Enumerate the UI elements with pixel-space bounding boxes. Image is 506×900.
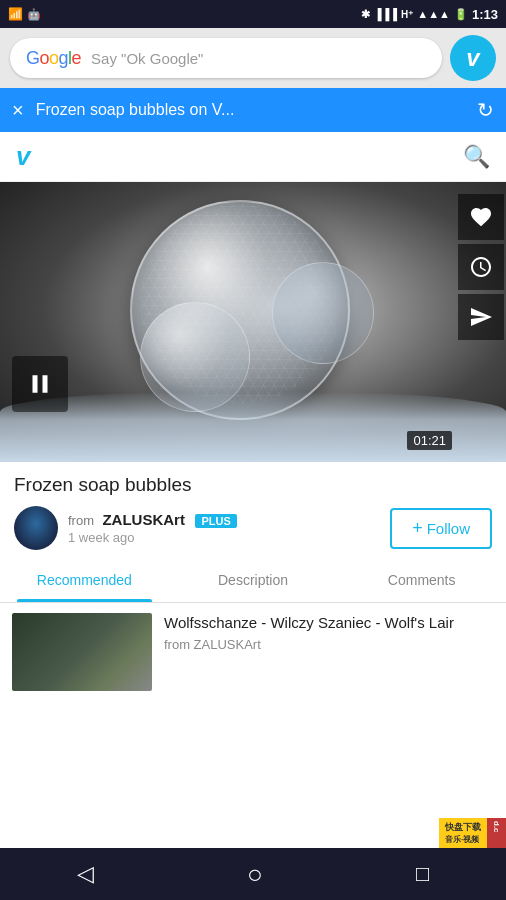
video-info: Frozen soap bubbles from ZALUSKArt PLUS … (0, 462, 506, 558)
google-search-placeholder: Say "Ok Google" (91, 50, 426, 67)
bottom-nav: ◁ ○ □ (0, 848, 506, 900)
plus-badge: PLUS (195, 514, 236, 528)
android-icon: 🤖 (27, 8, 41, 21)
avatar-image (14, 506, 58, 550)
follow-plus-icon: + (412, 518, 423, 539)
tab-comments[interactable]: Comments (337, 558, 506, 602)
signal-strength: ▲▲▲ (417, 8, 450, 20)
recommended-list: Wolfsschanze - Wilczy Szaniec - Wolf's L… (0, 603, 506, 701)
clock: 1:13 (472, 7, 498, 22)
meta-text: from ZALUSKArt PLUS 1 week ago (68, 511, 237, 545)
rec-thumb-image (12, 613, 152, 691)
status-right: ✱ ▐▐▐ H⁺ ▲▲▲ 🔋 1:13 (361, 7, 498, 22)
vimeo-logo: v (16, 141, 30, 172)
rec-author: from ZALUSKArt (164, 637, 494, 652)
google-logo: Google (26, 48, 81, 69)
video-duration: 01:21 (407, 431, 452, 450)
bluetooth-icon: ✱ (361, 8, 370, 21)
pause-icon (25, 369, 55, 399)
from-label: from (68, 513, 94, 528)
vimeo-app-icon[interactable]: v (450, 35, 496, 81)
share-button[interactable] (458, 294, 504, 340)
tab-recommended[interactable]: Recommended (0, 558, 169, 602)
back-button[interactable]: ◁ (77, 861, 94, 887)
tab-description[interactable]: Description (169, 558, 338, 602)
follow-button[interactable]: + Follow (390, 508, 492, 549)
video-player[interactable]: 01:21 (0, 182, 506, 462)
video-actions (456, 182, 506, 462)
meta-left: from ZALUSKArt PLUS 1 week ago (14, 506, 237, 550)
rec-item[interactable]: Wolfsschanze - Wilczy Szaniec - Wolf's L… (0, 603, 506, 701)
home-button[interactable]: ○ (247, 859, 263, 890)
clock-icon (469, 255, 493, 279)
status-bar: 📶 🤖 ✱ ▐▐▐ H⁺ ▲▲▲ 🔋 1:13 (0, 0, 506, 28)
vimeo-v-logo: v (466, 44, 479, 72)
username[interactable]: ZALUSKArt (102, 511, 185, 528)
rec-thumbnail (12, 613, 152, 691)
content-tabs: Recommended Description Comments (0, 558, 506, 603)
google-bar: Google Say "Ok Google" v (0, 28, 506, 88)
heart-icon (469, 205, 493, 229)
refresh-button[interactable]: ↻ (477, 98, 494, 122)
signal-icon: ▐▐▐ (374, 8, 397, 20)
snow-base (0, 392, 506, 462)
browser-tab-bar: × Frozen soap bubbles on V... ↻ (0, 88, 506, 132)
wifi-icon: 📶 (8, 7, 23, 21)
tab-close-button[interactable]: × (12, 99, 24, 122)
google-search-box[interactable]: Google Say "Ok Google" (10, 38, 442, 78)
watermark-text2: d.c (487, 818, 506, 848)
rec-info: Wolfsschanze - Wilczy Szaniec - Wolf's L… (164, 613, 494, 691)
follow-label: Follow (427, 520, 470, 537)
video-title: Frozen soap bubbles (14, 474, 492, 496)
avatar[interactable] (14, 506, 58, 550)
watermark: 快盘下载 音乐·视频 d.c (439, 818, 506, 848)
time-ago: 1 week ago (68, 530, 237, 545)
network-type: H⁺ (401, 9, 413, 20)
share-icon (469, 305, 493, 329)
pause-button[interactable] (12, 356, 68, 412)
vimeo-app-bar: v 🔍 (0, 132, 506, 182)
search-button[interactable]: 🔍 (463, 144, 490, 170)
video-meta: from ZALUSKArt PLUS 1 week ago + Follow (14, 506, 492, 550)
watermark-text1: 快盘下载 音乐·视频 (439, 818, 487, 848)
watch-later-button[interactable] (458, 244, 504, 290)
status-left: 📶 🤖 (8, 7, 41, 21)
recents-button[interactable]: □ (416, 861, 429, 887)
from-line: from ZALUSKArt PLUS (68, 511, 237, 529)
video-background (0, 182, 506, 462)
rec-title: Wolfsschanze - Wilczy Szaniec - Wolf's L… (164, 613, 494, 633)
like-button[interactable] (458, 194, 504, 240)
tab-title: Frozen soap bubbles on V... (36, 101, 477, 119)
battery-icon: 🔋 (454, 8, 468, 21)
